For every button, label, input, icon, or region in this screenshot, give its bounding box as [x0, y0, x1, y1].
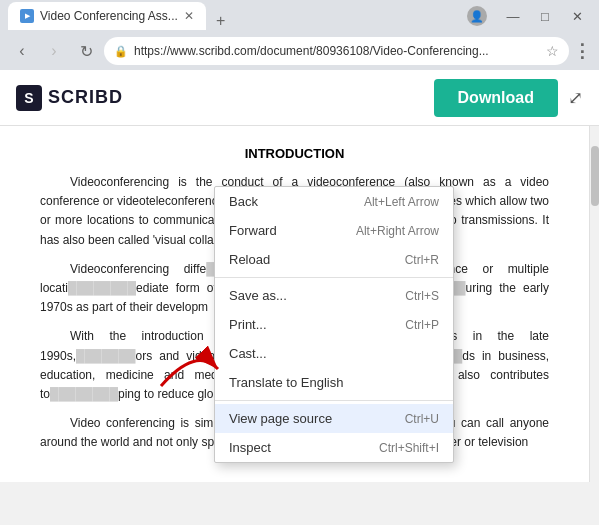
- close-button[interactable]: ✕: [563, 6, 591, 26]
- ctx-cast[interactable]: Cast...: [215, 339, 453, 368]
- ctx-save[interactable]: Save as... Ctrl+S: [215, 281, 453, 310]
- ctx-view-source[interactable]: View page source Ctrl+U: [215, 404, 453, 433]
- active-tab[interactable]: Video Conferencing Ass... ✕: [8, 2, 206, 30]
- scrollbar[interactable]: [589, 126, 599, 482]
- tab-favicon: [20, 9, 34, 23]
- forward-button[interactable]: ›: [40, 37, 68, 65]
- ctx-inspect[interactable]: Inspect Ctrl+Shift+I: [215, 433, 453, 462]
- scrollbar-thumb[interactable]: [591, 146, 599, 206]
- context-menu: Back Alt+Left Arrow Forward Alt+Right Ar…: [214, 186, 454, 463]
- page-content: INTRODUCTION Videoconferencing is the co…: [0, 126, 589, 482]
- ctx-back[interactable]: Back Alt+Left Arrow: [215, 187, 453, 216]
- tab-close-button[interactable]: ✕: [184, 9, 194, 23]
- lock-icon: 🔒: [114, 45, 128, 58]
- window-controls: 👤 — □ ✕: [467, 6, 591, 26]
- address-text: https://www.scribd.com/document/80936108…: [134, 44, 540, 58]
- title-bar: Video Conferencing Ass... ✕ + 👤 — □ ✕: [0, 0, 599, 32]
- address-input-wrap[interactable]: 🔒 https://www.scribd.com/document/809361…: [104, 37, 569, 65]
- ctx-divider-2: [215, 400, 453, 401]
- ctx-print[interactable]: Print... Ctrl+P: [215, 310, 453, 339]
- maximize-button[interactable]: □: [531, 6, 559, 26]
- tab-title: Video Conferencing Ass...: [40, 9, 178, 23]
- scribd-logo: S SCRIBD: [16, 85, 123, 111]
- scribd-logo-text: SCRIBD: [48, 87, 123, 108]
- ctx-reload[interactable]: Reload Ctrl+R: [215, 245, 453, 274]
- tabs-area: Video Conferencing Ass... ✕ +: [8, 2, 231, 30]
- back-button[interactable]: ‹: [8, 37, 36, 65]
- reload-button[interactable]: ↻: [72, 37, 100, 65]
- user-avatar[interactable]: 👤: [467, 6, 487, 26]
- document-title: INTRODUCTION: [40, 146, 549, 161]
- ctx-translate[interactable]: Translate to English: [215, 368, 453, 397]
- ctx-forward[interactable]: Forward Alt+Right Arrow: [215, 216, 453, 245]
- fullscreen-button[interactable]: ⤢: [568, 87, 583, 109]
- bookmark-button[interactable]: ☆: [546, 43, 559, 59]
- new-tab-button[interactable]: +: [210, 12, 231, 30]
- minimize-button[interactable]: —: [499, 6, 527, 26]
- browser-menu-button[interactable]: ⋮: [573, 40, 591, 62]
- ctx-divider-1: [215, 277, 453, 278]
- address-bar: ‹ › ↻ 🔒 https://www.scribd.com/document/…: [0, 32, 599, 70]
- download-button[interactable]: Download: [434, 79, 558, 117]
- scribd-logo-icon: S: [16, 85, 42, 111]
- scribd-header: S SCRIBD Download ⤢: [0, 70, 599, 126]
- content-area: INTRODUCTION Videoconferencing is the co…: [0, 126, 599, 482]
